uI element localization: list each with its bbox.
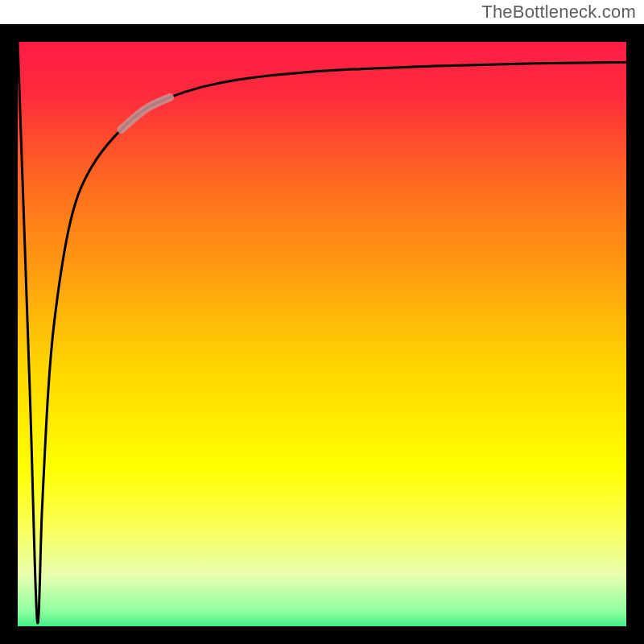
plot-background [9, 33, 635, 635]
chart-frame: TheBottleneck.com [0, 0, 644, 644]
bottleneck-chart [0, 0, 644, 644]
watermark-text: TheBottleneck.com [481, 2, 636, 23]
